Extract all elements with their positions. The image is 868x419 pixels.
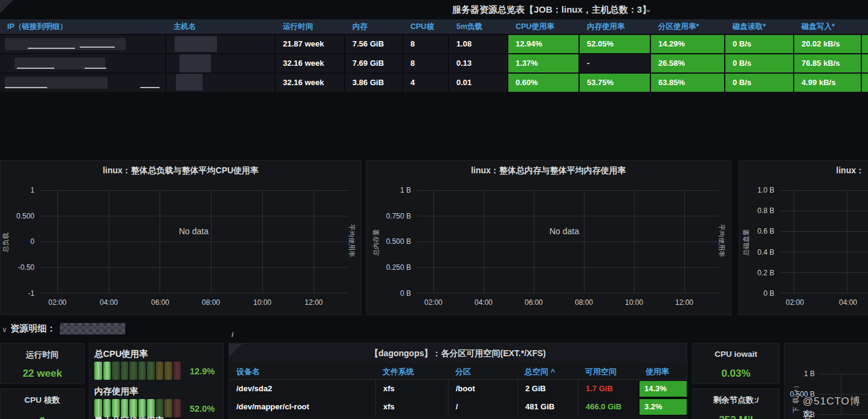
table-row: /dev/sda2 xfs /boot 2 GiB 1.7 GiB 14.3% [229,380,687,398]
mem-usage-cell: - [580,54,650,72]
stat-value: 22 week [1,368,84,380]
redacted-hostname [166,74,274,92]
plot-area[interactable] [780,190,868,293]
table-row[interactable]: 21.87 week 7.56 GiB 8 1.08 12.94% 52.05%… [0,35,868,53]
col-clipped [862,19,868,34]
gauge-segment [138,399,146,417]
cpu-usage-gauge [94,362,181,380]
stat-panel-iowait: CPU iowait 0.03% [692,343,780,384]
load-cell: 0.13 [449,54,507,72]
table-row: /dev/mapper/cl-root xfs / 481 GiB 466.0 … [229,398,687,416]
device-cell: /dev/mapper/cl-root [229,398,375,416]
redaction-block [60,323,125,334]
partition-cell: /boot [448,380,517,398]
col-avail-space[interactable]: 可用空间 [578,364,638,380]
col-device[interactable]: 设备名 [229,364,375,380]
col-load5m[interactable]: 5m负载 [449,19,507,34]
x-tick: 02:00 [44,298,71,307]
x-tick: 10:00 [249,298,276,307]
sort-asc-icon: ^ [551,367,555,376]
chart-panel-memory: linux：整体总内存与整体平均内存使用率 1 B 0.750 B 0.500 … [366,160,731,315]
chart-title[interactable]: linux： [836,165,864,176]
col-uptime[interactable]: 运行时间 [276,19,344,34]
row-collapse-icon[interactable]: ∨ [2,325,7,334]
chart-title[interactable]: linux：整体总负载与整体平均CPU使用率 [1,165,361,176]
y-tick: 0.2 B [739,269,774,277]
x-tick: 08:00 [571,298,597,307]
gridline [534,190,534,293]
disk-write-cell: 20.02 kB/s [794,35,861,53]
chart-title[interactable]: linux：整体总内存与整体平均内存使用率 [366,165,731,176]
table-row[interactable]: 32.16 week 3.86 GiB 4 0.01 0.60% 53.75% … [0,74,868,92]
usage-cell: 14.3% [638,380,688,398]
redaction-blob [175,36,217,52]
gridline [433,190,434,293]
gauge-segment [103,399,111,417]
y-tick: 0 B [366,289,411,298]
y-tick: 0.250 B [366,263,411,272]
col-cpu-usage[interactable]: CPU使用率 [508,19,578,34]
gauge-segment [112,362,120,380]
y-tick: 0.500 [1,212,34,220]
gauge-label: 最大分区(/)使用率 [94,415,164,419]
redacted-underline [28,48,75,49]
watermark: @51CTO博客 [803,394,868,419]
col-part-usage[interactable]: 分区使用率* [651,19,724,34]
stat-title: 运行时间 [1,350,84,360]
gridline [484,190,484,293]
col-partition[interactable]: 分区 [448,364,517,380]
chart-panel-load: linux：整体总负载与整体平均CPU使用率 1 0.500 0 -0.50 -… [0,160,361,315]
plot-area[interactable]: No data [40,190,349,293]
gauge-value: 12.9% [190,366,215,376]
gauge-segment [147,362,155,380]
stat-value: 0.03% [693,368,779,380]
col-cpu-cores[interactable]: CPU核 [403,19,448,34]
panel-info-corner[interactable]: i [0,0,13,13]
plot-area[interactable]: No data [416,190,719,293]
memory-cell: 7.69 GiB [345,54,402,72]
stat-panel-uptime: 运行时间 22 week [0,343,85,384]
avail-cell: 1.7 GiB [578,380,638,398]
col-filesystem[interactable]: 文件系统 [375,364,448,380]
total-cell: 481 GiB [517,398,578,416]
x-tick: 08:00 [198,298,224,307]
mem-usage-cell: 53.75% [580,74,650,92]
gauge-panel: 总CPU使用率 12.9% 内存使用率 52.0% 最大分区(/)使用率 [89,343,224,419]
x-tick: 04:00 [470,298,497,307]
col-memory[interactable]: 内存 [345,19,402,34]
cores-cell: 8 [403,54,448,72]
row-title[interactable]: 资源明细： [10,323,56,334]
table-row[interactable]: 32.16 week 7.69 GiB 8 0.13 1.37% - 26.58… [0,54,868,72]
load-cell: 0.01 [449,74,507,92]
disk-write-cell: 4.99 kB/s [794,74,861,92]
total-cell: 2 GiB [517,380,578,398]
cores-cell: 4 [403,74,448,92]
col-disk-write[interactable]: 磁盘写入* [794,19,861,34]
redacted-ip[interactable] [0,74,165,92]
col-hostname[interactable]: 主机名 [166,19,274,34]
redaction-blob [176,74,202,91]
y-axis-label: 总磁盘量 [742,229,751,256]
gridline [634,190,635,293]
cpu-usage-cell: 1.37% [508,54,578,72]
gauge-segment [129,399,137,417]
gridline [794,190,794,293]
col-usage[interactable]: 使用率 [638,364,688,380]
col-disk-read[interactable]: 磁盘读取* [725,19,793,34]
gauge-segment [138,362,146,380]
gauge-segment [94,399,102,417]
col-total-space[interactable]: 总空间 ^ [517,364,578,380]
gauge-segment [147,399,155,417]
redacted-ip[interactable] [0,54,165,72]
gridline [211,190,212,293]
uptime-cell: 21.87 week [276,35,344,53]
col-ip[interactable]: IP（链接到明细） [0,19,165,34]
chevron-down-icon[interactable]: ⌄ [644,4,652,14]
redacted-underline [5,87,47,88]
panel-title-bar[interactable]: i 【dagongops】：各分区可用空间(EXT.*/XFS) [229,344,687,363]
gauge-segment [164,362,172,380]
memory-cell: 7.56 GiB [345,35,402,53]
x-tick: 12:00 [671,298,698,307]
col-mem-usage[interactable]: 内存使用率 [580,19,650,34]
redacted-ip[interactable] [0,35,165,53]
